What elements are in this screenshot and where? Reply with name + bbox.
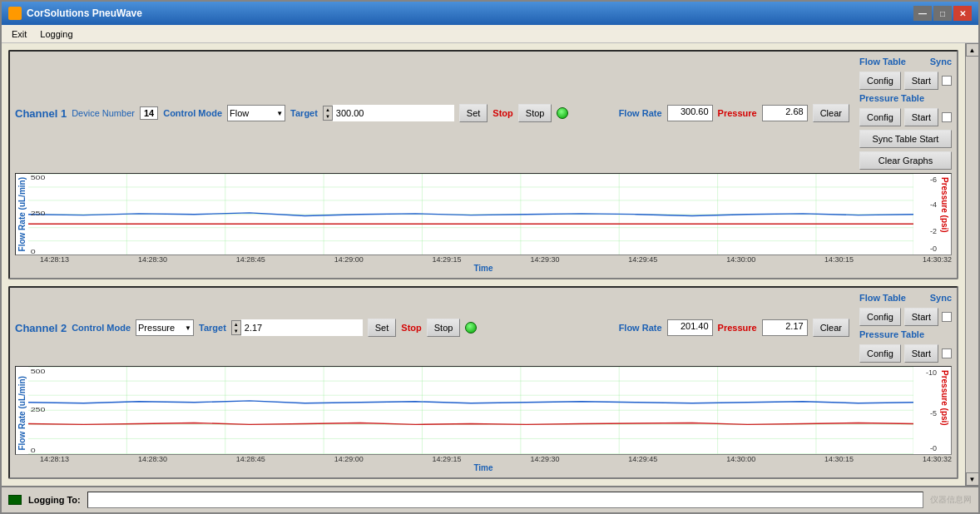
- ch1-p-ticks: -6 -4 -2 -0: [913, 174, 938, 255]
- ch1-pressure-value: 2.68: [762, 105, 808, 121]
- ch1-flow-rate-value: 300.60: [667, 105, 713, 121]
- ch2-chart-svg: 500 250 0: [28, 367, 913, 454]
- ch2-target-input[interactable]: [241, 319, 363, 336]
- ch2-clear-button[interactable]: Clear: [813, 319, 849, 337]
- ch2-status-led: [465, 322, 477, 334]
- menu-bar: Exit Logging: [2, 25, 978, 43]
- ch1-stop-button[interactable]: Stop: [518, 104, 552, 122]
- main-content: Channel 1 Device Number 14 Control Mode …: [2, 43, 978, 486]
- ch1-set-button[interactable]: Set: [459, 104, 488, 122]
- ch1-target-input[interactable]: [333, 105, 454, 121]
- ch2-right-panel: Flow Table Sync Config Start Pres: [859, 293, 952, 363]
- channel2-title: Channel 2: [15, 322, 67, 334]
- ch2-stop-button[interactable]: Stop: [427, 319, 461, 337]
- ch2-p-tick-0: -0: [930, 444, 937, 452]
- sync-table-start-button[interactable]: Sync Table Start: [859, 130, 952, 148]
- ch1-sync-label: Sync: [930, 57, 952, 67]
- ch1-spin-up[interactable]: ▲: [324, 106, 332, 113]
- channel2-header: Channel 2 Control Mode Pressure ▼ Target…: [15, 293, 952, 363]
- window-title: CorSolutions PneuWave: [27, 7, 142, 19]
- ch1-y-axis-label: Flow Rate (uL/min): [16, 174, 28, 255]
- maximize-button[interactable]: □: [933, 6, 952, 21]
- ch2-flow-start-button[interactable]: Start: [904, 308, 938, 326]
- ch2-spin-up[interactable]: ▲: [232, 321, 240, 328]
- ch2-spin-down[interactable]: ▼: [232, 328, 240, 334]
- ch1-pressure-config-button[interactable]: Config: [859, 108, 901, 126]
- channel2-panel: Channel 2 Control Mode Pressure ▼ Target…: [8, 286, 958, 479]
- ch2-pressure-sync-checkbox[interactable]: [942, 348, 952, 358]
- ch1-chart-inner: 500 250 0: [28, 174, 913, 255]
- ch1-flow-config-button[interactable]: Config: [859, 72, 901, 90]
- ch2-pressure-config-button[interactable]: Config: [859, 344, 901, 363]
- ch1-spinner-arrows[interactable]: ▲ ▼: [323, 106, 333, 121]
- ch2-flow-table-buttons: Config Start: [859, 308, 952, 326]
- main-window: CorSolutions PneuWave — □ ✕ Exit Logging…: [0, 0, 980, 514]
- ch2-p-tick-5: -5: [930, 409, 937, 418]
- ch2-pressure-table-label: Pressure Table: [859, 329, 924, 339]
- ch1-x-axis: 14:28:13 14:28:30 14:28:45 14:29:00 14:2…: [15, 255, 952, 273]
- minimize-button[interactable]: —: [913, 6, 932, 21]
- ch2-spinner-arrows[interactable]: ▲ ▼: [231, 320, 241, 335]
- ch2-control-mode-select[interactable]: Pressure ▼: [136, 319, 194, 336]
- ch2-flow-rate-label: Flow Rate: [619, 323, 662, 333]
- ch1-control-mode-label: Control Mode: [163, 108, 222, 118]
- ch2-flow-sync-checkbox[interactable]: [942, 312, 952, 322]
- menu-exit[interactable]: Exit: [5, 27, 33, 41]
- ch2-pressure-axis-label: Pressure (psi): [938, 367, 951, 454]
- ch2-chart-area: Flow Rate (uL/min): [15, 366, 952, 455]
- svg-text:0: 0: [31, 447, 36, 454]
- ch2-pressure-start-button[interactable]: Start: [904, 344, 938, 363]
- ch2-x-label: Time: [15, 463, 952, 472]
- ch1-spin-down[interactable]: ▼: [324, 113, 332, 120]
- ch2-x-axis: 14:28:13 14:28:30 14:28:45 14:29:00 14:2…: [15, 455, 952, 472]
- close-button[interactable]: ✕: [953, 6, 972, 21]
- ch2-set-button[interactable]: Set: [368, 319, 397, 337]
- ch2-p-ticks: -10 -5 -0: [913, 367, 938, 454]
- svg-text:500: 500: [31, 175, 46, 181]
- ch1-chart-container: Flow Rate (uL/min): [15, 173, 952, 273]
- menu-logging[interactable]: Logging: [33, 27, 79, 41]
- ch2-chart-container: Flow Rate (uL/min): [15, 366, 952, 472]
- ch1-chart-area: Flow Rate (uL/min): [15, 173, 952, 255]
- ch2-y-axis-label: Flow Rate (uL/min): [16, 367, 28, 454]
- channel1-title: Channel 1: [15, 107, 67, 120]
- ch1-stop-label: Stop: [492, 108, 512, 118]
- scroll-down-button[interactable]: ▼: [966, 472, 979, 486]
- ch1-pressure-table-buttons: Config Start: [859, 108, 952, 126]
- ch2-p-tick-10: -10: [926, 368, 937, 377]
- ch1-pressure-start-button[interactable]: Start: [904, 108, 938, 126]
- device-number-value: 14: [140, 106, 158, 120]
- clear-graphs-button[interactable]: Clear Graphs: [859, 151, 952, 170]
- ch1-pressure-table-section: Pressure Table Config Start: [859, 93, 952, 126]
- scroll-up-button[interactable]: ▲: [966, 43, 979, 57]
- ch1-flow-table-section: Flow Table Sync Config Start: [859, 57, 952, 90]
- logging-led: [8, 495, 22, 505]
- ch1-clear-button[interactable]: Clear: [813, 104, 849, 122]
- ch2-pressure-value: 2.17: [762, 319, 808, 336]
- svg-text:0: 0: [31, 248, 36, 255]
- ch2-pressure-table-buttons: Config Start: [859, 344, 952, 363]
- ch1-x-ticks: 14:28:13 14:28:30 14:28:45 14:29:00 14:2…: [15, 255, 952, 264]
- ch1-flow-sync-checkbox[interactable]: [942, 76, 952, 86]
- ch1-p-tick-2: -2: [930, 227, 937, 235]
- ch1-status-led: [557, 107, 568, 119]
- ch1-p-tick-4: -4: [930, 200, 937, 209]
- device-number-label: Device Number: [72, 108, 135, 118]
- ch1-control-mode-select[interactable]: Flow ▼: [227, 105, 285, 121]
- bottom-bar: Logging To: 仪器信息网: [2, 486, 978, 512]
- logging-label: Logging To:: [28, 495, 81, 505]
- channel1-panel: Channel 1 Device Number 14 Control Mode …: [8, 50, 958, 279]
- ch2-control-mode-label: Control Mode: [72, 323, 131, 333]
- ch1-pressure-sync-checkbox[interactable]: [942, 112, 952, 122]
- ch2-stop-label-text: Stop: [401, 323, 421, 333]
- scroll-track: [967, 57, 978, 472]
- ch2-target-label: Target: [199, 323, 226, 333]
- ch1-pressure-table-label: Pressure Table: [859, 93, 924, 103]
- watermark: 仪器信息网: [930, 494, 972, 506]
- ch1-flow-start-button[interactable]: Start: [904, 72, 938, 90]
- svg-text:250: 250: [31, 210, 46, 217]
- ch2-flow-rate-value: 201.40: [667, 319, 713, 336]
- ch2-flow-config-button[interactable]: Config: [859, 308, 901, 326]
- scrollbar[interactable]: ▲ ▼: [965, 43, 978, 486]
- ch1-chart-svg: 500 250 0: [28, 174, 913, 255]
